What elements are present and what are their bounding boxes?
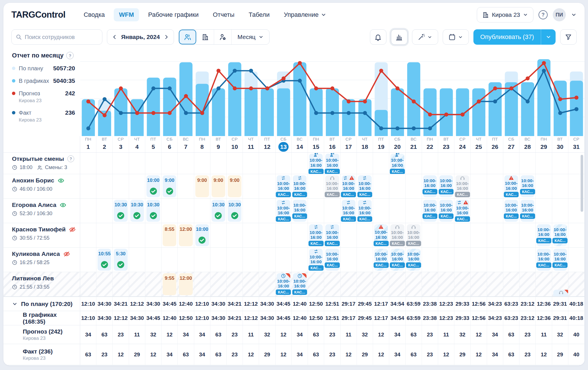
- schedule-cell-day-22[interactable]: 10:00-16:00КАС...: [422, 199, 438, 223]
- shift-chip[interactable]: 10:00-16:00КАС...: [390, 154, 404, 173]
- schedule-cell-day-10[interactable]: [227, 223, 243, 247]
- shift-chip[interactable]: 10:00-16:00КАС...: [293, 273, 307, 295]
- schedule-cell-day-28[interactable]: 10:00-16:00КАС...: [519, 199, 536, 223]
- schedule-cell-day-9[interactable]: [210, 153, 227, 174]
- schedule-cell-day-25[interactable]: [471, 272, 487, 296]
- shift-chip[interactable]: 10:00-16:00КАС...: [309, 154, 323, 173]
- schedule-cell-day-26[interactable]: [487, 223, 503, 247]
- schedule-cell-day-3[interactable]: 10:30: [113, 199, 129, 223]
- schedule-cell-day-10[interactable]: [227, 272, 243, 296]
- chart-toggle-button[interactable]: [391, 29, 407, 45]
- schedule-cell-day-3[interactable]: [113, 174, 129, 198]
- schedule-cell-day-2[interactable]: [96, 272, 113, 296]
- schedule-cell-day-4[interactable]: [129, 272, 145, 296]
- schedule-cell-day-16[interactable]: [324, 272, 340, 296]
- schedule-cell-day-19[interactable]: 10:00-16:00КАС...: [373, 248, 389, 272]
- schedule-cell-day-12[interactable]: [259, 174, 275, 198]
- schedule-cell-day-31[interactable]: [568, 223, 585, 247]
- schedule-cell-day-2[interactable]: 10:55: [96, 248, 113, 272]
- employee-search[interactable]: [11, 29, 102, 45]
- day-header-27[interactable]: СБ27: [503, 136, 519, 152]
- schedule-cell-day-16[interactable]: 10:00-16:00КАС...: [324, 223, 340, 247]
- shift-chip[interactable]: 10:00-16:00КАС...: [293, 200, 307, 222]
- collapse-chevron-icon[interactable]: [12, 301, 18, 307]
- schedule-cell-day-29[interactable]: 10:00-16:00КАС...: [536, 248, 552, 272]
- day-header-19[interactable]: ПТ19: [373, 136, 389, 152]
- schedule-cell-day-5[interactable]: [145, 248, 162, 272]
- schedule-cell-day-17[interactable]: [341, 272, 357, 296]
- schedule-cell-day-6[interactable]: [162, 199, 178, 223]
- schedule-cell-day-30[interactable]: 10:00-16:00КАС...: [552, 223, 568, 247]
- schedule-cell-day-30[interactable]: [552, 174, 568, 198]
- day-header-16[interactable]: ВТ16: [324, 136, 340, 152]
- schedule-cell-day-18[interactable]: [357, 153, 373, 174]
- worked-time-chip[interactable]: 10:30: [114, 200, 127, 222]
- worked-time-chip[interactable]: 10:30: [212, 200, 225, 222]
- schedule-cell-day-31[interactable]: [568, 272, 585, 296]
- shift-chip[interactable]: 10:00-16:00КАС...: [456, 175, 469, 197]
- schedule-cell-day-28[interactable]: [519, 272, 536, 296]
- schedule-cell-day-24[interactable]: [454, 248, 471, 272]
- help-button[interactable]: ?: [539, 10, 548, 19]
- schedule-cell-day-12[interactable]: [259, 199, 275, 223]
- schedule-cell-day-20[interactable]: 10:00-16:00КАС...: [389, 248, 405, 272]
- schedule-cell-day-19[interactable]: [373, 199, 389, 223]
- schedule-cell-day-8[interactable]: [194, 272, 210, 296]
- schedule-cell-day-12[interactable]: [259, 153, 275, 174]
- schedule-cell-day-22[interactable]: [422, 153, 438, 174]
- schedule-cell-day-1[interactable]: [80, 174, 96, 198]
- schedule-cell-day-17[interactable]: [341, 223, 357, 247]
- schedule-cell-day-14[interactable]: [292, 153, 308, 174]
- schedule-cell-day-23[interactable]: [438, 223, 454, 247]
- schedule-cell-day-3[interactable]: 5:30: [113, 248, 129, 272]
- schedule-cell-day-1[interactable]: [80, 248, 96, 272]
- schedule-cell-day-1[interactable]: [80, 199, 96, 223]
- schedule-cell-day-15[interactable]: [308, 272, 324, 296]
- schedule-cell-day-4[interactable]: [129, 174, 145, 198]
- day-header-17[interactable]: СР17: [341, 136, 357, 152]
- schedule-cell-day-21[interactable]: 10:00-16:00КАС...: [406, 223, 422, 247]
- schedule-cell-day-22[interactable]: [422, 223, 438, 247]
- schedule-cell-day-9[interactable]: 9:00: [210, 174, 227, 198]
- nav-item-табели[interactable]: Табели: [244, 8, 275, 21]
- shift-chip[interactable]: 10:00-16:00КАС...: [277, 200, 290, 222]
- schedule-cell-day-16[interactable]: [324, 199, 340, 223]
- schedule-cell-day-2[interactable]: [96, 153, 113, 174]
- schedule-cell-day-14[interactable]: 10:00-16:00КАС...: [292, 272, 308, 296]
- schedule-cell-day-19[interactable]: [373, 272, 389, 296]
- open-shifts-help-icon[interactable]: ?: [67, 155, 74, 162]
- shift-chip[interactable]: 10:00-16:00КАС...: [342, 175, 355, 197]
- shift-chip[interactable]: 10:00-16:00КАС...: [553, 224, 567, 246]
- vertical-scrollbar[interactable]: [581, 155, 583, 212]
- schedule-cell-day-12[interactable]: [259, 223, 275, 247]
- schedule-cell-day-27[interactable]: [503, 272, 519, 296]
- schedule-cell-day-25[interactable]: [471, 153, 487, 174]
- schedule-cell-day-21[interactable]: [406, 272, 422, 296]
- schedule-cell-day-13[interactable]: [276, 223, 292, 247]
- schedule-cell-day-20[interactable]: [389, 174, 405, 198]
- schedule-cell-day-18[interactable]: [357, 223, 373, 247]
- schedule-cell-day-15[interactable]: [308, 199, 324, 223]
- schedule-cell-day-29[interactable]: [536, 153, 552, 174]
- schedule-cell-day-11[interactable]: [243, 174, 259, 198]
- schedule-cell-day-21[interactable]: 10:00-16:00КАС...: [406, 248, 422, 272]
- schedule-cell-day-7[interactable]: 12:00: [178, 223, 194, 247]
- shift-chip[interactable]: 10:00-16:00КАС...: [390, 249, 404, 271]
- shift-chip[interactable]: 10:00-16:00КАС...: [407, 224, 421, 246]
- filter-button[interactable]: [560, 29, 577, 45]
- schedule-cell-day-5[interactable]: 10:00: [145, 174, 162, 198]
- day-header-3[interactable]: СР3: [113, 136, 129, 152]
- worked-time-chip[interactable]: 9:00: [163, 175, 176, 197]
- schedule-cell-day-9[interactable]: 10:30: [210, 199, 227, 223]
- schedule-cell-day-30[interactable]: [552, 199, 568, 223]
- schedule-cell-day-7[interactable]: 12:00: [178, 272, 194, 296]
- schedule-cell-day-19[interactable]: [373, 174, 389, 198]
- day-header-25[interactable]: ЧТ25: [471, 136, 487, 152]
- shift-chip[interactable]: 10:00-16:00КАС...: [309, 249, 323, 271]
- shift-chip[interactable]: 10:00-16:00КАС...: [553, 290, 568, 296]
- shift-chip[interactable]: 10:00-16:00КАС...: [325, 175, 339, 197]
- schedule-cell-day-12[interactable]: [259, 272, 275, 296]
- schedule-cell-day-4[interactable]: [129, 248, 145, 272]
- period-select[interactable]: Месяц: [232, 30, 269, 44]
- schedule-cell-day-21[interactable]: [406, 174, 422, 198]
